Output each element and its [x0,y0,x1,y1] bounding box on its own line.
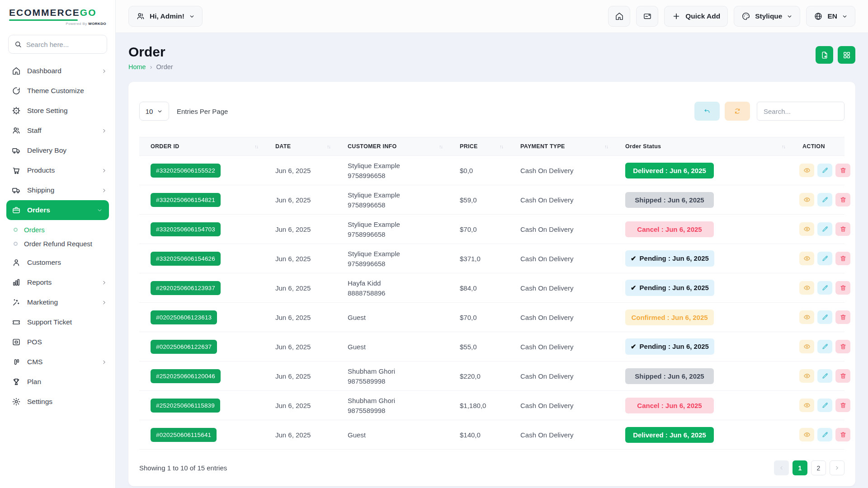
chevron-right-icon [101,300,107,305]
view-button[interactable] [799,222,814,236]
order-id-badge[interactable]: #2520250606115839 [151,399,220,413]
column-header-date[interactable]: DATE↑↓ [264,143,336,150]
pagination-prev-button[interactable] [774,460,789,475]
delete-button[interactable] [835,193,850,206]
sidebar-item-theme-customize[interactable]: Theme Customize [0,81,115,101]
column-header-order-id[interactable]: ORDER ID↑↓ [139,143,264,150]
delete-button[interactable] [835,340,850,353]
column-header-price[interactable]: PRICE↑↓ [448,143,509,150]
view-button[interactable] [799,428,814,441]
delete-button[interactable] [835,222,850,236]
table-search-input[interactable] [757,102,844,121]
sidebar-subitem-orders[interactable]: Orders [0,223,115,237]
pagination-next-button[interactable] [830,460,844,475]
delete-button[interactable] [835,281,850,295]
edit-button[interactable] [817,281,832,295]
sidebar-item-dashboard[interactable]: Dashboard [0,61,115,81]
view-button[interactable] [799,340,814,353]
view-button[interactable] [799,369,814,383]
edit-button[interactable] [817,164,832,177]
edit-button[interactable] [817,252,832,265]
sidebar-search[interactable] [8,35,107,54]
order-id-badge[interactable]: #2520250606120046 [151,369,221,383]
sidebar-item-label: Delivery Boy [27,146,107,155]
email-templates-button[interactable] [636,6,658,27]
order-id-badge[interactable]: #3320250606154626 [151,252,221,266]
edit-button[interactable] [817,310,832,324]
cms-blocks-icon [12,357,21,366]
edit-button[interactable] [817,399,832,412]
column-header-payment-type[interactable]: PAYMENT TYPE↑↓ [509,143,614,150]
sort-arrows-icon[interactable]: ↑↓ [782,144,785,149]
sidebar-item-cms[interactable]: CMS [0,352,115,372]
view-button[interactable] [799,399,814,412]
edit-button[interactable] [817,369,832,383]
storefront-button[interactable] [608,6,630,27]
view-button[interactable] [799,281,814,295]
sidebar-item-customers[interactable]: Customers [0,253,115,272]
sidebar-item-pos[interactable]: POS [0,332,115,352]
sort-arrows-icon[interactable]: ↑↓ [604,144,608,149]
sort-arrows-icon[interactable]: ↑↓ [439,144,442,149]
sidebar-item-reports[interactable]: Reports [0,272,115,292]
sidebar-item-plan[interactable]: Plan [0,372,115,392]
edit-button[interactable] [817,428,832,441]
column-header-customer-info[interactable]: CUSTOMER INFO↑↓ [336,143,448,150]
export-button[interactable] [816,46,833,64]
sidebar-item-label: Settings [27,398,107,406]
payment-type: Cash On Delivery [509,249,614,268]
order-date: Jun 6, 2025 [264,367,336,385]
order-id-badge[interactable]: #3320250606155522 [151,164,221,178]
delete-button[interactable] [835,252,850,265]
sidebar-item-store-setting[interactable]: Store Setting [0,101,115,121]
brand-logo[interactable]: ECOMMERCEGO Powered By WORKDO [0,0,115,29]
sidebar-item-label: Orders [27,206,90,214]
pagination-page-2[interactable]: 2 [811,460,826,475]
view-button[interactable] [799,252,814,265]
sidebar-item-products[interactable]: Products [0,160,115,180]
delete-button[interactable] [835,164,850,177]
undo-button[interactable] [694,102,720,121]
sidebar-item-delivery-boy[interactable]: Delivery Boy [0,141,115,160]
order-id-badge[interactable]: #020250606123613 [151,310,217,324]
sort-arrows-icon[interactable]: ↑↓ [255,144,258,149]
language-select-button[interactable]: EN [806,6,855,27]
sidebar-item-marketing[interactable]: Marketing [0,292,115,312]
sidebar-item-settings[interactable]: Settings [0,392,115,412]
edit-button[interactable] [817,193,832,206]
sort-arrows-icon[interactable]: ↑↓ [500,144,503,149]
grid-view-button[interactable] [838,46,855,64]
column-header-order-status[interactable]: Order Status↑↓ [614,143,791,150]
view-button[interactable] [799,310,814,324]
sidebar-item-shipping[interactable]: Shipping [0,180,115,200]
refresh-button[interactable] [725,102,750,121]
sidebar-item-staff[interactable]: Staff [0,121,115,141]
delete-button[interactable] [835,399,850,412]
order-id-badge[interactable]: #020250606122637 [151,340,217,354]
sidebar-search-input[interactable] [26,41,101,48]
sidebar-item-orders[interactable]: Orders [6,200,109,220]
edit-button[interactable] [817,340,832,353]
sidebar-item-support-ticket[interactable]: Support Ticket [0,312,115,332]
order-id-badge[interactable]: #020250606115641 [151,428,217,442]
home-icon [615,12,624,21]
delete-button[interactable] [835,369,850,383]
table-row: #2520250606115839Jun 6, 2025Shubham Ghor… [139,391,844,420]
entries-per-page-select[interactable]: 10 [139,102,169,121]
order-id-badge[interactable]: #2920250606123937 [151,281,221,295]
sort-arrows-icon[interactable]: ↑↓ [327,144,330,149]
breadcrumb-home-link[interactable]: Home [128,63,146,70]
sidebar-subitem-order-refund-request[interactable]: Order Refund Request [0,237,115,251]
pagination-page-1[interactable]: 1 [793,460,807,475]
theme-select-button[interactable]: Stylique [734,6,800,27]
view-button[interactable] [799,164,814,177]
order-id-badge[interactable]: #3320250606154821 [151,193,221,207]
edit-button[interactable] [817,222,832,236]
eye-icon [803,196,811,203]
order-id-badge[interactable]: #3320250606154703 [151,222,221,236]
quick-add-button[interactable]: Quick Add [664,6,728,27]
delete-button[interactable] [835,310,850,324]
delete-button[interactable] [835,428,850,441]
view-button[interactable] [799,193,814,206]
admin-menu-button[interactable]: Hi, Admin! [128,6,203,27]
